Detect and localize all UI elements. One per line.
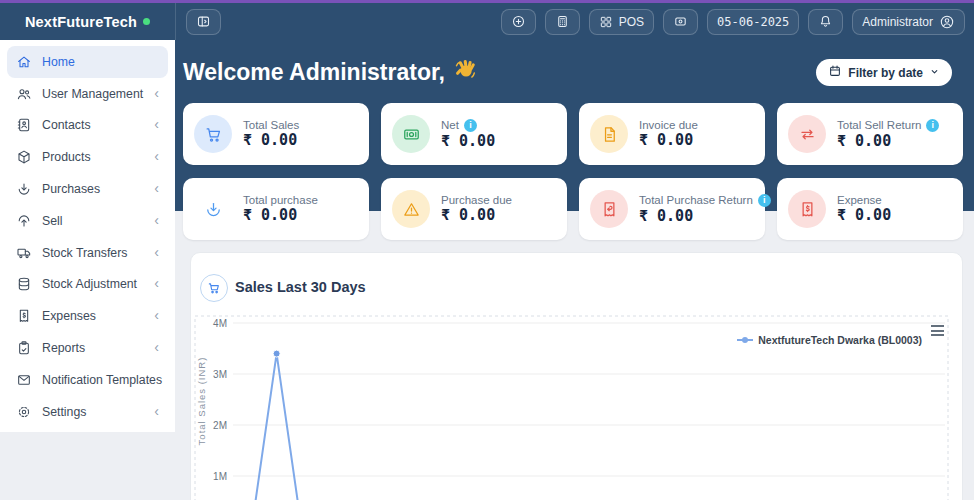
user-circle-icon [939, 14, 955, 30]
stat-cards-row-2: Total purchase ₹ 0.00 Purchase due ₹ 0.0… [183, 178, 963, 240]
sidebar-toggle-button[interactable] [186, 9, 221, 35]
chevron-left-icon: ‹ [154, 86, 159, 102]
sidebar-item-label: Stock Transfers [42, 246, 154, 260]
user-menu-label: Administrator [862, 15, 933, 29]
stat-card-net[interactable]: Neti ₹ 0.00 [381, 103, 567, 165]
welcome-text: Welcome Administrator, [183, 59, 445, 86]
navbar-actions: POS 05-06-2025 Administrator [501, 9, 965, 35]
stat-card-total-purchase-return[interactable]: Total Purchase Returni ₹ 0.00 [579, 178, 765, 240]
chevron-left-icon: ‹ [154, 117, 159, 133]
sidebar-item-stock-transfers[interactable]: Stock Transfers ‹ [7, 237, 168, 269]
legend-series-label: NextfutureTech Dwarka (BL0003) [758, 334, 922, 346]
pos-button-label: POS [619, 15, 644, 29]
arrow-up-circle-icon [16, 213, 32, 229]
app-logo[interactable]: NextFutureTech [25, 14, 137, 30]
current-date: 05-06-2025 [717, 15, 789, 29]
sidebar-item-purchases[interactable]: Purchases ‹ [7, 173, 168, 205]
stat-card-label: Total Sales [243, 119, 299, 131]
stat-card-total-purchase[interactable]: Total purchase ₹ 0.00 [183, 178, 369, 240]
contacts-icon [16, 117, 32, 133]
y-axis-tick: 2M [213, 420, 227, 431]
sidebar-item-label: Sell [42, 214, 154, 228]
sidebar-item-contacts[interactable]: Contacts ‹ [7, 110, 168, 142]
sidebar-item-reports[interactable]: Reports ‹ [7, 332, 168, 364]
wave-emoji [454, 58, 477, 87]
stat-card-value: ₹ 0.00 [837, 132, 891, 150]
sidebar-item-notification-templates[interactable]: Notification Templates [7, 364, 168, 396]
user-menu-button[interactable]: Administrator [852, 9, 965, 35]
sidebar-item-user-management[interactable]: User Management ‹ [7, 78, 168, 110]
sidebar-item-home[interactable]: Home [7, 46, 168, 78]
chart-legend[interactable]: NextfutureTech Dwarka (BL0003) [737, 334, 922, 346]
chevron-left-icon: ‹ [154, 181, 159, 197]
arrow-down-circle-icon [194, 190, 232, 228]
clipboard-icon [16, 340, 32, 356]
receipt-dollar-icon [16, 308, 32, 324]
sales-chart-svg: 1M2M3M4MTotal Sales (INR) [191, 253, 962, 500]
warning-icon [392, 190, 430, 228]
banknote-icon [392, 115, 430, 153]
sidebar-item-settings[interactable]: Settings ‹ [7, 396, 168, 428]
pos-button[interactable]: POS [589, 9, 654, 35]
receipt-return-icon [590, 190, 628, 228]
stat-card-total-sell-return[interactable]: Total Sell Returni ₹ 0.00 [777, 103, 963, 165]
stat-card-purchase-due[interactable]: Purchase due ₹ 0.00 [381, 178, 567, 240]
data-point-marker[interactable] [273, 350, 280, 357]
calculator-button[interactable] [545, 9, 580, 35]
quick-add-button[interactable] [501, 9, 536, 35]
stat-card-body: Purchase due ₹ 0.00 [441, 194, 512, 224]
cash-register-button[interactable] [663, 9, 698, 35]
stat-card-expense[interactable]: Expense ₹ 0.00 [777, 178, 963, 240]
sidebar-item-sell[interactable]: Sell ‹ [7, 205, 168, 237]
stat-card-total-sales[interactable]: Total Sales ₹ 0.00 [183, 103, 369, 165]
stat-card-label: Net [441, 119, 459, 131]
chevron-left-icon: ‹ [154, 276, 159, 292]
stat-card-value: ₹ 0.00 [243, 206, 297, 224]
filter-by-date-button[interactable]: Filter by date [816, 59, 952, 86]
sidebar-item-label: Products [42, 150, 154, 164]
chevron-left-icon: ‹ [154, 340, 159, 356]
logo-section: NextFutureTech [0, 3, 176, 40]
sales-line-series[interactable] [227, 354, 946, 500]
stat-card-value: ₹ 0.00 [639, 207, 693, 225]
welcome-heading: Welcome Administrator, [183, 58, 477, 87]
chevron-down-icon [929, 66, 940, 80]
sidebar-item-expenses[interactable]: Expenses ‹ [7, 300, 168, 332]
notifications-button[interactable] [808, 9, 843, 35]
info-icon[interactable]: i [464, 119, 477, 132]
chevron-left-icon: ‹ [154, 308, 159, 324]
sidebar-item-label: User Management [42, 87, 154, 101]
stat-card-value: ₹ 0.00 [441, 206, 495, 224]
y-axis-title: Total Sales (INR) [196, 357, 207, 446]
transfer-icon [788, 115, 826, 153]
info-icon[interactable]: i [758, 194, 771, 207]
cash-register-icon [673, 14, 688, 29]
stat-card-label: Total Sell Return [837, 119, 921, 131]
sidebar-item-label: Home [42, 55, 159, 69]
stat-card-body: Total Purchase Returni ₹ 0.00 [639, 194, 771, 225]
stat-card-label: Total purchase [243, 194, 318, 206]
stat-card-value: ₹ 0.00 [441, 132, 495, 150]
sidebar-item-label: Expenses [42, 309, 154, 323]
chart-menu-icon[interactable] [929, 323, 946, 338]
sidebar-item-label: Contacts [42, 118, 154, 132]
stat-card-body: Total purchase ₹ 0.00 [243, 194, 318, 224]
bell-icon [818, 14, 833, 29]
filter-by-date-label: Filter by date [848, 66, 923, 80]
date-display[interactable]: 05-06-2025 [707, 9, 799, 35]
stat-card-body: Invoice due ₹ 0.00 [639, 119, 698, 149]
stat-card-value: ₹ 0.00 [243, 131, 297, 149]
sidebar-item-stock-adjustment[interactable]: Stock Adjustment ‹ [7, 269, 168, 301]
y-axis-tick: 4M [213, 318, 227, 329]
sidebar-item-label: Settings [42, 405, 154, 419]
stat-cards-row-1: Total Sales ₹ 0.00 Neti ₹ 0.00 Invoice d… [183, 103, 963, 165]
stat-card-value: ₹ 0.00 [837, 206, 891, 224]
stat-card-label: Invoice due [639, 119, 698, 131]
stat-card-body: Expense ₹ 0.00 [837, 194, 891, 224]
info-icon[interactable]: i [926, 119, 939, 132]
top-navbar: NextFutureTech POS 05-06-2025 Administra… [0, 3, 974, 40]
stat-card-body: Total Sales ₹ 0.00 [243, 119, 299, 149]
stat-card-label: Total Purchase Return [639, 194, 753, 206]
sidebar-item-products[interactable]: Products ‹ [7, 141, 168, 173]
stat-card-invoice-due[interactable]: Invoice due ₹ 0.00 [579, 103, 765, 165]
